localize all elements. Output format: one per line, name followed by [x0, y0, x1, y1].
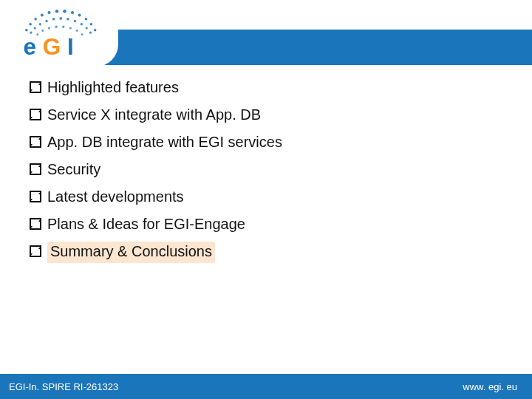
svg-point-28 [69, 27, 72, 29]
svg-rect-37 [30, 164, 41, 174]
bullet-text: Plans & Ideas for EGI-Engage [47, 214, 245, 234]
svg-rect-39 [30, 219, 41, 229]
svg-point-5 [55, 10, 59, 13]
svg-point-6 [63, 10, 66, 13]
svg-point-24 [41, 30, 44, 32]
square-bullet-icon [30, 109, 41, 120]
list-item: Service X integrate with App. DB [30, 105, 502, 125]
svg-text:e: e [24, 33, 37, 60]
svg-point-30 [81, 33, 83, 35]
bullet-text: Summary & Conclusions [47, 242, 215, 263]
square-bullet-icon [30, 218, 41, 230]
svg-rect-35 [30, 109, 41, 120]
bullet-text: Highlighted features [47, 78, 179, 98]
list-item: Latest developments [30, 187, 502, 207]
list-item: Plans & Ideas for EGI-Engage [30, 214, 502, 234]
bullet-text: Security [47, 160, 100, 180]
svg-point-29 [76, 30, 78, 32]
svg-rect-40 [30, 246, 41, 256]
svg-point-25 [48, 27, 50, 29]
egi-logo: e G I [10, 3, 114, 64]
svg-point-4 [47, 11, 50, 14]
svg-point-13 [34, 27, 36, 29]
bullet-text: App. DB integrate with EGI services [47, 132, 282, 152]
square-bullet-icon [30, 191, 41, 202]
svg-rect-38 [30, 191, 41, 202]
svg-point-14 [39, 23, 41, 25]
square-bullet-icon [30, 136, 41, 148]
list-item: Security [30, 160, 502, 180]
bullet-text: Latest developments [47, 187, 184, 207]
logo-box: e G I [0, 0, 118, 66]
svg-point-19 [74, 20, 77, 23]
footer-link[interactable]: www. egi. eu [463, 381, 517, 392]
svg-text:I: I [67, 33, 74, 60]
square-bullet-icon [30, 163, 41, 175]
bullet-list-container: Highlighted features Service X integrate… [30, 78, 502, 270]
list-item: Summary & Conclusions [30, 242, 502, 263]
svg-point-20 [81, 23, 83, 25]
svg-point-2 [34, 18, 37, 21]
svg-point-15 [45, 20, 48, 23]
svg-point-9 [85, 18, 88, 21]
svg-point-26 [55, 26, 57, 28]
footer-left-text: EGI-In. SPIRE RI-261323 [9, 381, 118, 392]
footer-bar: EGI-In. SPIRE RI-261323 www. egi. eu [0, 374, 532, 399]
square-bullet-icon [30, 81, 41, 93]
svg-point-11 [94, 29, 97, 32]
svg-point-18 [66, 18, 69, 21]
svg-rect-34 [30, 82, 41, 92]
svg-point-7 [71, 11, 74, 14]
svg-point-22 [89, 32, 92, 34]
svg-point-3 [41, 14, 44, 17]
svg-point-10 [90, 23, 93, 26]
svg-point-17 [59, 17, 62, 20]
square-bullet-icon [30, 245, 41, 257]
svg-point-1 [29, 23, 32, 26]
slide: e G I Highlighted features Service X int… [0, 0, 532, 399]
bullet-text: Service X integrate with App. DB [47, 105, 261, 125]
list-item: Highlighted features [30, 78, 502, 98]
svg-point-21 [86, 27, 88, 29]
svg-point-27 [62, 26, 64, 28]
svg-point-0 [25, 29, 28, 32]
list-item: App. DB integrate with EGI services [30, 132, 502, 152]
svg-point-8 [78, 14, 81, 17]
svg-rect-36 [30, 137, 41, 147]
svg-text:G: G [43, 33, 61, 60]
svg-point-23 [36, 33, 38, 35]
svg-point-16 [52, 18, 55, 21]
